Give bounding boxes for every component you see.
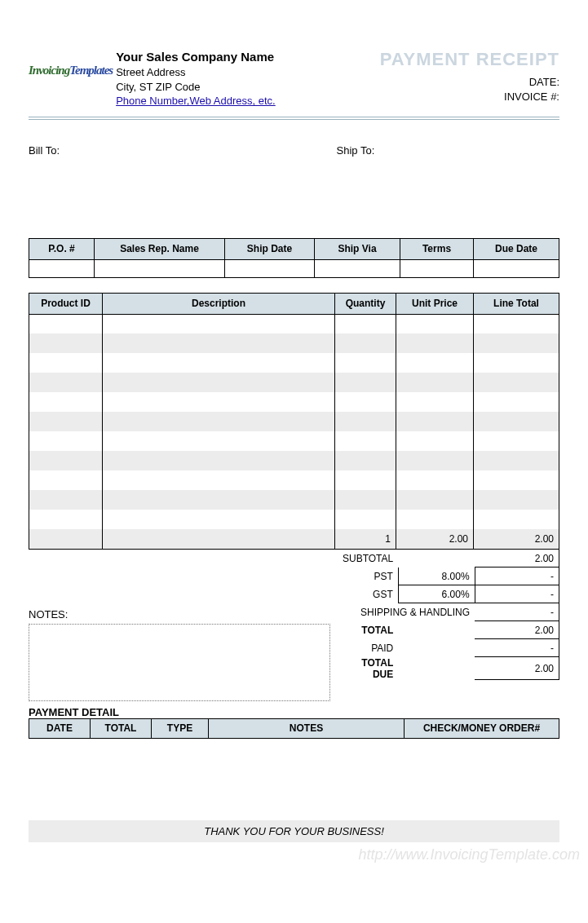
items-header-desc: Description (103, 293, 335, 314)
header: InvoicingTemplates Your Sales Company Na… (29, 49, 559, 108)
bill-ship-row: Bill To: Ship To: (29, 144, 559, 157)
table-row (29, 510, 559, 529)
total-value: 2.00 (475, 621, 559, 639)
company-block: InvoicingTemplates Your Sales Company Na… (29, 49, 276, 108)
subtotal-value: 2.00 (475, 550, 559, 567)
po-header-shipdate: Ship Date (225, 238, 315, 259)
ship-to-label: Ship To: (337, 144, 559, 157)
logo: InvoicingTemplates (29, 64, 113, 77)
receipt-title: PAYMENT RECEIPT (380, 49, 559, 70)
pay-header-type: TYPE (152, 718, 209, 738)
paid-value: - (475, 639, 559, 657)
company-name: Your Sales Company Name (116, 49, 276, 65)
pay-header-total: TOTAL (91, 718, 152, 738)
pay-header-check: CHECK/MONEY ORDER# (405, 718, 559, 738)
items-header-lt: Line Total (474, 293, 559, 314)
table-row (29, 412, 559, 431)
logo-part1: Invoicing (29, 64, 69, 77)
shipping-value: - (475, 603, 559, 621)
item-line-total: 2.00 (474, 529, 559, 549)
street-address: Street Address (116, 65, 276, 80)
po-header-shipvia: Ship Via (315, 238, 400, 259)
total-label: TOTAL (338, 621, 398, 639)
table-row (29, 314, 559, 333)
pay-header-date: DATE (29, 718, 91, 738)
total-due-value: 2.00 (475, 657, 559, 680)
item-unit-price: 2.00 (396, 529, 474, 549)
shipping-label: SHIPPING & HANDLING (338, 603, 475, 621)
po-header-terms: Terms (400, 238, 474, 259)
item-qty: 1 (335, 529, 396, 549)
gst-label: GST (338, 585, 398, 603)
pst-value: - (475, 567, 559, 585)
gst-value: - (475, 585, 559, 603)
paid-label: PAID (338, 639, 398, 657)
watermark: http://www.InvoicingTemplate.com (359, 846, 580, 863)
items-table: Product ID Description Quantity Unit Pri… (29, 293, 559, 550)
total-due-label: TOTAL DUE (338, 657, 398, 680)
table-row: 1 2.00 2.00 (29, 529, 559, 549)
notes-box[interactable] (29, 624, 330, 701)
date-label: DATE: (380, 75, 559, 90)
summary-table: SUBTOTAL 2.00 PST 8.00% - GST 6.00% - SH… (338, 550, 559, 681)
po-row (29, 259, 559, 277)
table-row (29, 431, 559, 451)
pst-rate: 8.00% (398, 567, 475, 585)
table-row (29, 353, 559, 373)
notes-label: NOTES: (29, 608, 338, 620)
city-st-zip: City, ST ZIP Code (116, 80, 276, 95)
invoice-label: INVOICE #: (380, 90, 559, 104)
pay-header-notes: NOTES (209, 718, 405, 738)
divider (29, 117, 559, 120)
table-row (29, 373, 559, 392)
pst-label: PST (338, 567, 398, 585)
po-table: P.O. # Sales Rep. Name Ship Date Ship Vi… (29, 238, 559, 278)
receipt-meta-block: PAYMENT RECEIPT DATE: INVOICE #: (380, 49, 559, 104)
table-row (29, 333, 559, 353)
subtotal-label: SUBTOTAL (338, 550, 398, 567)
po-header-duedate: Due Date (474, 238, 559, 259)
table-row (29, 392, 559, 412)
payment-detail-label: PAYMENT DETAIL (29, 706, 559, 718)
logo-part2: Templates (69, 64, 113, 77)
table-row (29, 470, 559, 490)
po-header-po: P.O. # (29, 238, 95, 259)
gst-rate: 6.00% (398, 585, 475, 603)
table-row (29, 451, 559, 470)
items-header-up: Unit Price (396, 293, 474, 314)
payment-detail-table: DATE TOTAL TYPE NOTES CHECK/MONEY ORDER# (29, 718, 559, 739)
bill-to-label: Bill To: (29, 144, 337, 157)
contact-link[interactable]: Phone Number,Web Address, etc. (116, 95, 276, 107)
po-header-rep: Sales Rep. Name (95, 238, 225, 259)
table-row (29, 490, 559, 510)
company-text: Your Sales Company Name Street Address C… (116, 49, 276, 108)
items-header-qty: Quantity (335, 293, 396, 314)
items-header-pid: Product ID (29, 293, 103, 314)
thanks-bar: THANK YOU FOR YOUR BUSINESS! (29, 820, 559, 842)
